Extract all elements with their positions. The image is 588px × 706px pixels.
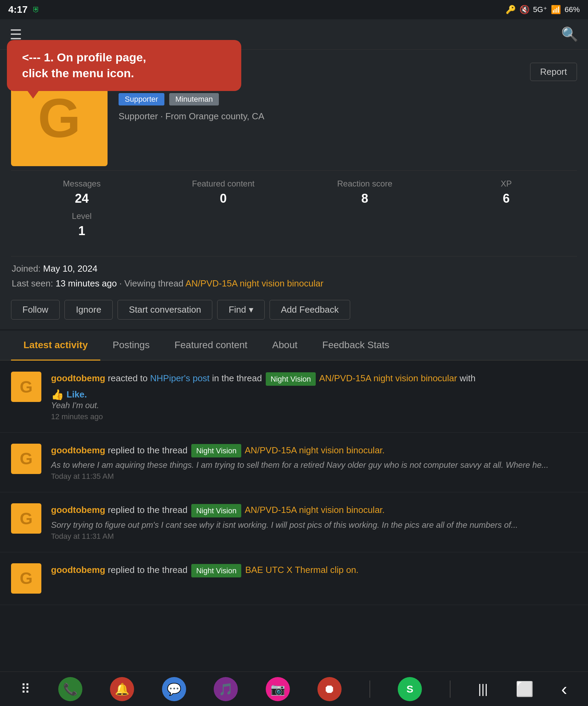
phone-icon[interactable]: 📞 [58,677,82,701]
activity-user-4[interactable]: goodtobemg [51,565,105,575]
status-time: 4:17 [8,4,28,15]
search-icon[interactable]: 🔍 [561,26,578,42]
bottom-nav: ⠿ 📞 🔔 💬 🎵 📷 ⏺ S ||| ⬜ ‹ [0,672,588,706]
chevron-down-icon: ▾ [249,304,253,315]
activity-avatar-3: G [11,503,41,534]
app-grid-icon[interactable]: ⠿ [21,682,30,697]
vpn-icon: 🔑 [506,5,516,14]
badges: Supporter Minuteman [119,93,577,105]
activity-feed: G goodtobemg reacted to NHPiper's post i… [0,361,588,619]
surfshark-icon[interactable]: S [398,677,422,701]
like-icon-1: 👍 [51,389,64,401]
activity-post-link-1[interactable]: NHPiper's post [150,373,210,383]
nav-divider-2 [450,680,450,698]
message-icon[interactable]: 💬 [162,677,186,701]
stat-xp: XP 6 [436,179,577,206]
activity-thread-link-3[interactable]: AN/PVD-15A night vision binocular. [245,505,385,515]
activity-content-3: goodtobemg replied to the thread Night V… [51,503,577,541]
joined-info: Joined: May 10, 2024 [11,263,577,274]
battery-icon: 66% [565,5,580,14]
nav-divider [369,680,370,698]
activity-user-1[interactable]: goodtobemg [51,373,105,383]
signal-text: 5G⁺ [533,5,547,14]
stat-reaction: Reaction score 8 [294,179,436,206]
screen-record-icon[interactable]: ⏺ [317,677,342,701]
night-vision-tag-4: Night Vision [191,564,241,577]
activity-avatar-2: G [11,444,41,474]
mute-icon: 🔇 [519,5,530,14]
activity-thread-link-4[interactable]: BAE UTC X Thermal clip on. [245,565,358,575]
stats-row2: Level 1 [11,206,577,249]
activity-item-3: G goodtobemg replied to the thread Night… [0,492,588,552]
tooltip-bubble: <--- 1. On profile page,click the menu i… [7,40,241,91]
activity-text-3: goodtobemg replied to the thread Night V… [51,503,577,517]
avatar-letter: G [38,86,81,150]
activity-user-2[interactable]: goodtobemg [51,445,105,455]
top-nav: ☰ 🔍 <--- 1. On profile page,click the me… [0,19,588,50]
status-bar: 4:17 ⛨ 🔑 🔇 5G⁺ 📶 66% [0,0,588,19]
night-vision-tag-3: Night Vision [191,504,241,517]
tab-latest-activity[interactable]: Latest activity [11,331,100,361]
profile-divider [11,256,577,256]
activity-time-2: Today at 11:35 AM [51,472,577,481]
profile-subtitle: Supporter · From Orange county, CA [119,111,577,122]
activity-quote-2: As to where I am aquiring these things. … [51,460,577,470]
activity-quote-1: Yeah I'm out. [51,401,577,410]
activity-text-2: goodtobemg replied to the thread Night V… [51,444,577,458]
stat-level: Level 1 [11,206,153,244]
activity-thread-link-1[interactable]: AN/PVD-15A night vision binocular [319,373,457,383]
nav-bar-icon: ||| [478,682,488,696]
tabs-bar: Latest activity Postings Featured conten… [0,331,588,361]
follow-button[interactable]: Follow [11,300,60,320]
activity-content-1: goodtobemg reacted to NHPiper's post in … [51,372,577,421]
home-icon[interactable]: ⬜ [516,680,534,697]
tab-feedback-stats[interactable]: Feedback Stats [310,331,402,361]
signal-bars-icon: 📶 [551,5,561,14]
activity-quote-3: Sorry trying to figure out pm's I cant s… [51,520,577,530]
activity-content-2: goodtobemg replied to the thread Night V… [51,444,577,481]
find-button[interactable]: Find ▾ [217,300,265,320]
activity-item-2: G goodtobemg replied to the thread Night… [0,433,588,493]
action-buttons: Follow Ignore Start conversation Find ▾ … [11,293,577,329]
activity-time-3: Today at 11:31 AM [51,532,577,541]
stats-row: Messages 24 Featured content 0 Reaction … [11,170,577,206]
notification-icon[interactable]: 🔔 [110,677,134,701]
activity-item-4: G goodtobemg replied to the thread Night… [0,552,588,605]
activity-content-4: goodtobemg replied to the thread Night V… [51,563,577,580]
activity-avatar-1: G [11,372,41,402]
ignore-button[interactable]: Ignore [64,300,113,320]
camera-icon[interactable]: 📷 [266,677,290,701]
last-seen-info: Last seen: 13 minutes ago · Viewing thre… [11,278,577,289]
surfshark-status-icon: ⛨ [32,5,40,14]
night-vision-tag-1: Night Vision [266,372,316,386]
tab-about[interactable]: About [260,331,310,361]
activity-text-1: goodtobemg reacted to NHPiper's post in … [51,372,577,386]
activity-thread-link-2[interactable]: AN/PVD-15A night vision binocular. [245,445,385,455]
activity-time-1: 12 minutes ago [51,412,577,421]
activity-item: G goodtobemg reacted to NHPiper's post i… [0,361,588,433]
activity-avatar-4: G [11,563,41,594]
profile-section: G goodtobemg Supporter Minuteman Support… [0,50,588,329]
badge-supporter: Supporter [119,93,164,105]
stat-featured: Featured content 0 [153,179,294,206]
thread-link[interactable]: AN/PVD-15A night vision binocular [185,278,323,289]
night-vision-tag-2: Night Vision [191,444,241,457]
activity-user-3[interactable]: goodtobemg [51,505,105,515]
report-button[interactable]: Report [530,63,577,81]
back-icon[interactable]: ‹ [561,679,567,699]
start-conversation-button[interactable]: Start conversation [118,300,213,320]
tab-featured-content[interactable]: Featured content [162,331,260,361]
tab-postings[interactable]: Postings [100,331,162,361]
activity-text-4: goodtobemg replied to the thread Night V… [51,563,577,577]
reaction-like-1: 👍 Like. [51,389,577,401]
music-icon[interactable]: 🎵 [214,677,238,701]
badge-minuteman: Minuteman [169,93,219,105]
stat-messages: Messages 24 [11,179,153,206]
add-feedback-button[interactable]: Add Feedback [270,300,350,320]
